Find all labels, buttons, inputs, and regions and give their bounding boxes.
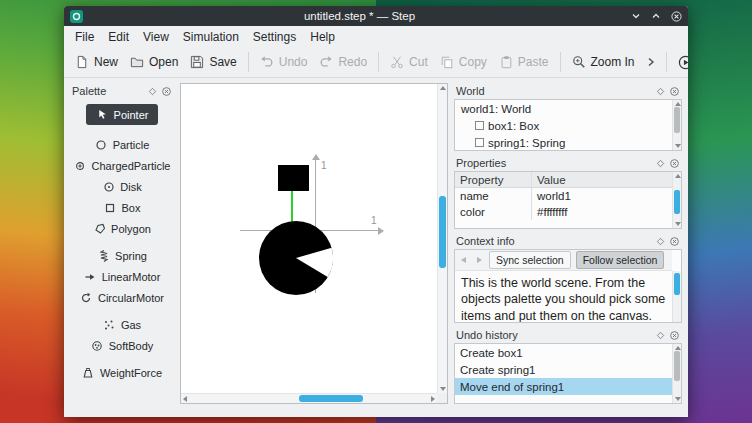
- scroll-down-icon[interactable]: [440, 387, 446, 391]
- float-panel-icon[interactable]: [655, 330, 666, 341]
- toolbar-separator: [666, 52, 667, 72]
- palette-item-linearmotor[interactable]: LinearMotor: [78, 267, 167, 286]
- close-panel-icon[interactable]: [669, 330, 680, 341]
- save-button[interactable]: Save: [184, 51, 242, 73]
- float-panel-icon[interactable]: [655, 158, 666, 169]
- property-row-name[interactable]: name world1: [455, 188, 672, 204]
- world-scrollbar[interactable]: [672, 100, 681, 150]
- context-info-body: Sync selection Follow selection This is …: [454, 249, 682, 323]
- follow-selection-button[interactable]: Follow selection: [576, 251, 665, 269]
- undo-item-create-box1[interactable]: Create box1: [455, 344, 672, 361]
- world-scene-canvas[interactable]: 1 1: [180, 83, 448, 404]
- properties-scrollbar[interactable]: [672, 172, 681, 228]
- column-value[interactable]: Value: [531, 172, 672, 187]
- close-panel-icon[interactable]: [669, 236, 680, 247]
- close-panel-icon[interactable]: [669, 86, 680, 97]
- undo-button[interactable]: Undo: [254, 51, 314, 73]
- palette-item-polygon[interactable]: Polygon: [87, 219, 157, 238]
- properties-header-row[interactable]: Property Value: [455, 172, 672, 188]
- sync-selection-button[interactable]: Sync selection: [489, 251, 571, 269]
- zoom-in-icon: [572, 55, 586, 69]
- y-axis-arrow: [312, 154, 320, 160]
- copy-button[interactable]: Copy: [434, 51, 493, 73]
- visibility-checkbox[interactable]: [475, 138, 484, 147]
- palette-item-spring[interactable]: Spring: [91, 246, 153, 265]
- linear-motor-icon: [84, 270, 97, 283]
- maximize-icon[interactable]: [650, 10, 662, 22]
- properties-panel-header: Properties: [454, 155, 682, 171]
- palette-item-weightforce[interactable]: WeightForce: [76, 363, 168, 382]
- float-panel-icon[interactable]: [147, 86, 158, 97]
- copy-icon: [440, 55, 454, 69]
- close-panel-icon[interactable]: [161, 86, 172, 97]
- titlebar[interactable]: untitled.step * — Step: [64, 6, 688, 26]
- open-button[interactable]: Open: [124, 51, 184, 73]
- palette-item-pointer[interactable]: Pointer: [86, 104, 159, 125]
- scroll-up-icon[interactable]: [675, 346, 681, 350]
- scroll-down-icon[interactable]: [675, 222, 681, 226]
- palette-item-particle[interactable]: Particle: [89, 135, 156, 154]
- context-scrollbar[interactable]: [672, 271, 681, 322]
- box1-object[interactable]: [278, 165, 309, 191]
- tree-item-spring1[interactable]: spring1: Spring: [455, 134, 672, 151]
- simulate-button[interactable]: Simulate: [672, 51, 688, 74]
- float-panel-icon[interactable]: [655, 236, 666, 247]
- palette-item-disk[interactable]: Disk: [96, 177, 147, 196]
- scroll-right-icon[interactable]: [431, 396, 435, 402]
- undo-panel-title: Undo history: [456, 329, 652, 341]
- palette-item-chargedparticle[interactable]: ChargedParticle: [70, 156, 174, 175]
- menu-simulation[interactable]: Simulation: [176, 28, 246, 46]
- menubar: File Edit View Simulation Settings Help: [64, 26, 688, 47]
- minimize-icon[interactable]: [630, 10, 642, 22]
- scroll-handle[interactable]: [674, 351, 680, 381]
- tree-item-world1[interactable]: world1: World: [455, 100, 672, 117]
- toolbar-separator: [378, 52, 379, 72]
- menu-settings[interactable]: Settings: [246, 28, 303, 46]
- column-property[interactable]: Property: [455, 172, 531, 187]
- toolbar-overflow-chevron-icon[interactable]: [641, 57, 661, 67]
- property-row-color[interactable]: color #ffffffff: [455, 204, 672, 220]
- scroll-up-icon[interactable]: [675, 102, 681, 106]
- scroll-down-icon[interactable]: [675, 144, 681, 148]
- scroll-handle[interactable]: [674, 190, 680, 214]
- undo-item-create-spring1[interactable]: Create spring1: [455, 361, 672, 378]
- new-button[interactable]: New: [69, 51, 124, 73]
- menu-edit[interactable]: Edit: [101, 28, 136, 46]
- cut-button[interactable]: Cut: [384, 51, 434, 73]
- scroll-down-icon[interactable]: [675, 397, 681, 401]
- menu-help[interactable]: Help: [303, 28, 342, 46]
- x-axis-tick-label: 1: [371, 215, 377, 226]
- scroll-up-icon[interactable]: [440, 86, 446, 90]
- undo-scrollbar[interactable]: [672, 344, 681, 403]
- canvas-horizontal-scrollbar[interactable]: [181, 393, 437, 403]
- scroll-left-icon[interactable]: [183, 396, 187, 402]
- menu-file[interactable]: File: [68, 28, 101, 46]
- scroll-handle[interactable]: [674, 273, 680, 295]
- disk-object[interactable]: [258, 220, 334, 296]
- forward-icon[interactable]: [474, 255, 484, 265]
- canvas-vertical-scrollbar[interactable]: [437, 84, 447, 393]
- back-icon[interactable]: [459, 255, 469, 265]
- canvas-vertical-scroll-handle[interactable]: [439, 196, 446, 268]
- redo-icon: [319, 55, 333, 69]
- close-icon[interactable]: [670, 10, 682, 22]
- palette-item-box[interactable]: Box: [98, 198, 147, 217]
- undo-item-move-end-of-spring1[interactable]: Move end of spring1: [455, 378, 672, 395]
- close-panel-icon[interactable]: [669, 158, 680, 169]
- scroll-handle[interactable]: [674, 107, 680, 133]
- visibility-checkbox[interactable]: [475, 121, 484, 130]
- redo-button[interactable]: Redo: [313, 51, 373, 73]
- undo-history-list: Create box1 Create spring1 Move end of s…: [454, 343, 682, 404]
- tree-item-box1[interactable]: box1: Box: [455, 117, 672, 134]
- palette-item-softbody[interactable]: SoftBody: [85, 336, 160, 355]
- zoom-in-button[interactable]: Zoom In: [566, 51, 641, 73]
- float-panel-icon[interactable]: [655, 86, 666, 97]
- palette-item-gas[interactable]: Gas: [97, 315, 147, 334]
- context-info-text: This is the world scene. From the object…: [455, 271, 681, 323]
- paste-button[interactable]: Paste: [493, 51, 555, 73]
- undo-history-panel: Undo history Create box1 Create spring1: [454, 327, 682, 404]
- menu-view[interactable]: View: [136, 28, 176, 46]
- canvas-horizontal-scroll-handle[interactable]: [299, 395, 363, 402]
- palette-item-circularmotor[interactable]: CircularMotor: [74, 288, 170, 307]
- scroll-up-icon[interactable]: [675, 174, 681, 178]
